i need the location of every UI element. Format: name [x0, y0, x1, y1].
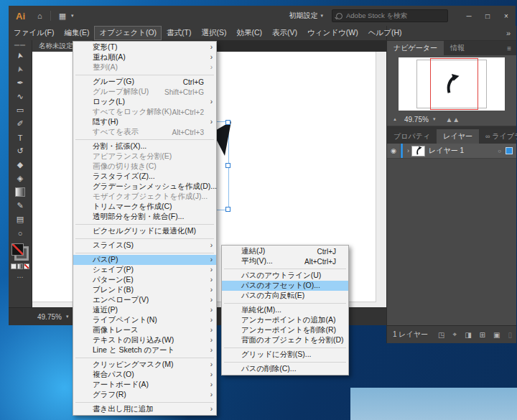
menu-item-simplify[interactable]: 単純化(M)...: [222, 305, 348, 315]
panel-grip[interactable]: ▬▬: [14, 42, 26, 47]
menu-item-join[interactable]: 連結(J)Ctrl+J: [222, 246, 348, 256]
layer-thumbnail[interactable]: [411, 146, 425, 157]
shape-builder-tool-icon[interactable]: ◈: [12, 172, 28, 185]
gradient-tool-icon[interactable]: [12, 185, 28, 199]
menu-item-pattern[interactable]: パターン(E)›: [73, 275, 216, 285]
minimize-button[interactable]: ─: [460, 6, 478, 26]
menu-item-split-into-grid[interactable]: グリッドに分割(S)...: [222, 350, 348, 360]
menu-item-envelope-distort[interactable]: エンベロープ(V)›: [73, 295, 216, 305]
menu-item-shape[interactable]: シェイプ(P)›: [73, 265, 216, 275]
zoom-out-icon[interactable]: ▲: [393, 117, 397, 121]
menu-item-collect-for-export[interactable]: 書き出し用に追加›: [73, 404, 216, 414]
tab-properties[interactable]: プロパティ: [387, 129, 437, 144]
menu-item-rasterize[interactable]: ラスタライズ(Z)...: [73, 172, 216, 182]
collect-for-export-icon[interactable]: ◳: [438, 331, 444, 339]
menu-item-group[interactable]: グループ(G)Ctrl+G: [73, 77, 216, 87]
menu-item-outline-stroke[interactable]: パスのアウトライン(U): [222, 271, 348, 281]
menu-item-add-anchor-points[interactable]: アンカーポイントの追加(A): [222, 315, 348, 325]
maximize-button[interactable]: □: [478, 6, 497, 26]
menubar-item-type[interactable]: 書式(T): [162, 26, 196, 40]
menu-item-hide[interactable]: 隠す(H)›: [73, 117, 216, 127]
fill-stroke-swatches[interactable]: [11, 243, 29, 261]
layer-row[interactable]: ◉ › レイヤー 1 ○: [387, 144, 516, 159]
zoom-level[interactable]: 49.75%: [37, 313, 62, 321]
eraser-tool-icon[interactable]: ◆: [12, 158, 28, 172]
edit-toolbar-icon[interactable]: ⋯: [17, 274, 24, 281]
color-button[interactable]: [11, 263, 17, 269]
selection-handle[interactable]: [225, 207, 230, 212]
tab-info[interactable]: 情報: [444, 41, 471, 55]
chevron-down-icon[interactable]: ▾: [320, 13, 323, 19]
navigator-preview[interactable]: [399, 57, 505, 111]
menu-item-transform[interactable]: 変形(T)›: [73, 42, 216, 52]
zoom-tool-icon[interactable]: ○: [12, 226, 28, 240]
menu-item-perspective[interactable]: 遠近(P)›: [73, 305, 216, 315]
make-clipping-mask-icon[interactable]: ◨: [465, 331, 471, 339]
tab-navigator[interactable]: ナビゲーター: [387, 41, 444, 55]
selection-handle[interactable]: [225, 120, 230, 125]
curvature-tool-icon[interactable]: ∿: [12, 90, 28, 103]
menubar-item-object[interactable]: オブジェクト(O): [94, 26, 162, 40]
rotate-tool-icon[interactable]: ↺: [12, 144, 28, 158]
none-button[interactable]: [24, 263, 29, 269]
fill-swatch[interactable]: [11, 243, 24, 256]
selection-handle[interactable]: [225, 163, 230, 168]
menu-item-create-trim-marks[interactable]: トリムマークを作成(C): [73, 202, 216, 212]
layer-target-icon[interactable]: ○: [498, 148, 501, 154]
menu-item-reverse-path-direction[interactable]: パスの方向反転(E): [222, 291, 348, 301]
tab-layers[interactable]: レイヤー: [437, 129, 479, 144]
layer-name[interactable]: レイヤー 1: [429, 146, 464, 156]
adobe-stock-search-input[interactable]: Adobe Stock を検索: [332, 9, 448, 22]
locate-object-icon[interactable]: ⌖: [453, 330, 457, 339]
visibility-eye-icon[interactable]: ◉: [387, 144, 401, 158]
eyedropper-tool-icon[interactable]: ✎: [12, 199, 28, 213]
menubar-item-help[interactable]: ヘルプ(H): [363, 26, 407, 40]
menu-item-create-gradient-mesh[interactable]: グラデーションメッシュを作成(D)...: [73, 182, 216, 192]
close-button[interactable]: ×: [497, 6, 516, 26]
direct-selection-tool-icon[interactable]: ➤: [12, 62, 28, 76]
rectangle-tool-icon[interactable]: ▭: [12, 103, 28, 117]
menu-item-live-paint[interactable]: ライブペイント(N)›: [73, 315, 216, 325]
menu-item-flatten-transparency[interactable]: 透明部分を分割・統合(F)...: [73, 212, 216, 222]
artboard-tool-icon[interactable]: ▤: [12, 213, 28, 226]
menubar-item-window[interactable]: ウィンドウ(W): [302, 26, 363, 40]
menu-item-text-wrap[interactable]: テキストの回り込み(W)›: [73, 335, 216, 345]
arrange-documents-icon[interactable]: ▦: [59, 11, 66, 21]
menu-item-compound-path[interactable]: 複合パス(O)›: [73, 370, 216, 380]
menu-item-slice[interactable]: スライス(S)›: [73, 241, 216, 251]
paintbrush-tool-icon[interactable]: ✐: [12, 117, 28, 131]
pen-tool-icon[interactable]: ✒: [12, 76, 28, 90]
menu-item-divide-objects-below[interactable]: 背面のオブジェクトを分割(D): [222, 335, 348, 345]
chevron-down-icon[interactable]: ▾: [433, 116, 436, 122]
home-icon[interactable]: ⌂: [37, 11, 42, 20]
chevron-down-icon[interactable]: ▾: [66, 314, 69, 319]
menu-item-average[interactable]: 平均(V)...Alt+Ctrl+J: [222, 256, 348, 266]
menubar-item-edit[interactable]: 編集(E): [59, 26, 94, 40]
menu-item-make-pixel-perfect[interactable]: ピクセルグリッドに最適化(M): [73, 226, 216, 236]
gradient-button[interactable]: [17, 263, 23, 269]
menu-item-clean-up[interactable]: パスの削除(C)...: [222, 364, 348, 374]
menu-item-image-trace[interactable]: 画像トレース›: [73, 325, 216, 335]
panel-menu-icon[interactable]: ≡: [502, 41, 516, 55]
menubar-item-effect[interactable]: 効果(C): [231, 26, 267, 40]
layer-selection-indicator[interactable]: [506, 147, 513, 154]
menubar-item-select[interactable]: 選択(S): [196, 26, 231, 40]
new-layer-icon[interactable]: ▣: [493, 331, 500, 339]
menu-item-line-and-sketch-art[interactable]: Line と Sketch のアート›: [73, 345, 216, 355]
zoom-in-icon[interactable]: ▲▲: [445, 116, 460, 123]
workspace-switcher[interactable]: 初期設定: [289, 11, 317, 21]
menu-item-lock[interactable]: ロック(L)›: [73, 97, 216, 107]
menu-item-offset-path[interactable]: パスのオフセット(O)...: [222, 281, 348, 291]
menu-item-arrange[interactable]: 重ね順(A)›: [73, 52, 216, 62]
selection-tool-icon[interactable]: ➤: [12, 49, 28, 62]
menu-item-expand[interactable]: 分割・拡張(X)...: [73, 141, 216, 151]
menu-item-clipping-mask[interactable]: クリッピングマスク(M)›: [73, 360, 216, 370]
menu-item-blend[interactable]: ブレンド(B)›: [73, 285, 216, 295]
menu-item-remove-anchor-points[interactable]: アンカーポイントを削除(R): [222, 325, 348, 335]
expand-layer-icon[interactable]: ›: [407, 147, 409, 154]
menubar-item-view[interactable]: 表示(V): [267, 26, 302, 40]
menu-item-graph[interactable]: グラフ(R)›: [73, 390, 216, 400]
menu-item-artboards[interactable]: アートボード(A)›: [73, 380, 216, 390]
menu-item-path[interactable]: パス(P)›: [73, 255, 216, 265]
type-tool-icon[interactable]: T: [12, 131, 28, 144]
